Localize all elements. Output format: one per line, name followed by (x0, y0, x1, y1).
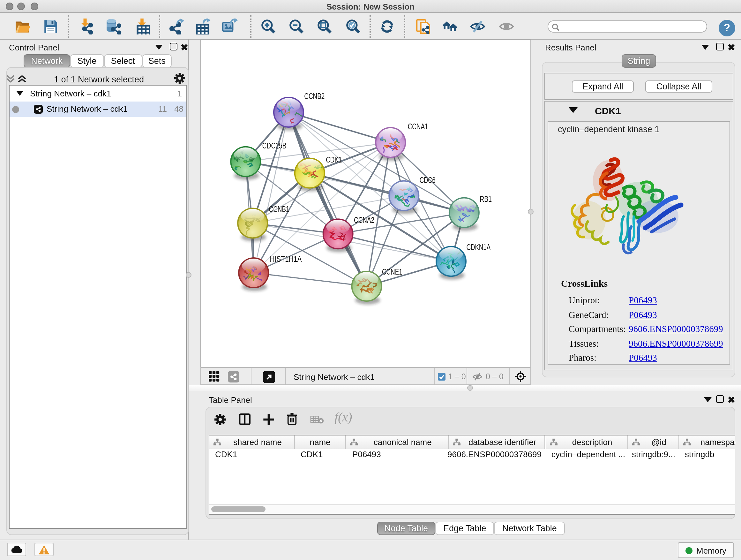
svg-text:CDK1: CDK1 (326, 155, 342, 164)
svg-text:CCNA2: CCNA2 (354, 215, 374, 225)
svg-text:CDC6: CDC6 (420, 176, 435, 185)
svg-text:CCNA1: CCNA1 (408, 122, 428, 131)
svg-text:CDC25B: CDC25B (262, 141, 286, 150)
svg-text:CCNB2: CCNB2 (304, 91, 325, 101)
svg-text:RB1: RB1 (480, 194, 492, 203)
svg-text:HIST1H1A: HIST1H1A (270, 254, 302, 263)
svg-text:CCNE1: CCNE1 (382, 267, 402, 276)
svg-text:CDKN1A: CDKN1A (466, 243, 490, 252)
svg-text:CCNB1: CCNB1 (269, 205, 289, 213)
